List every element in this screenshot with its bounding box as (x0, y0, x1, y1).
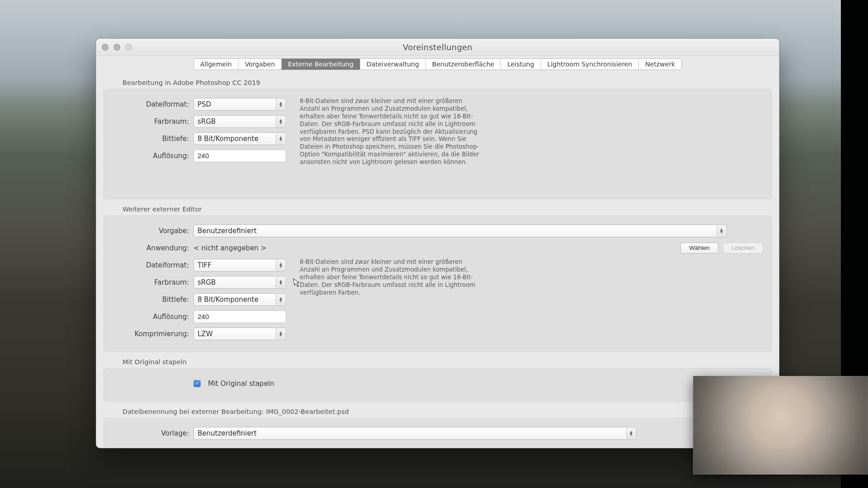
section4-panel: Vorlage: Benutzerdefiniert ▲▼ Benutzerde… (104, 418, 772, 448)
input-aufloesung-1[interactable] (193, 150, 286, 162)
popup-dateiformat-1[interactable]: PSD ▲▼ (193, 98, 286, 111)
label-vorgabe: Vorgabe: (112, 227, 189, 235)
popup-vorgabe[interactable]: Benutzerdefiniert ▲▼ (193, 225, 727, 237)
popup-komprimierung[interactable]: LZW ▲▼ (193, 328, 286, 340)
tab-lightroom-sync[interactable]: Lightroom Synchronisieren (541, 59, 639, 70)
label-aufloesung-2: Auflösung: (112, 313, 189, 321)
popup-vorlage-value: Benutzerdefiniert (198, 429, 257, 437)
chevron-updown-icon: ▲▼ (276, 133, 285, 144)
section3-panel: ✓ Mit Original stapeln (104, 368, 772, 402)
checkbox-stack-original[interactable]: ✓ (193, 380, 201, 387)
section1-title: Bearbeitung in Adobe Photoshop CC 2019 (123, 79, 772, 86)
label-dateiformat-1: Dateiformat: (112, 100, 189, 108)
label-bittiefe-2: Bittiefe: (112, 296, 189, 304)
section1-panel: Dateiformat: PSD ▲▼ Farbraum: sRGB ▲▼ (104, 89, 772, 199)
popup-bittiefe-2-value: 8 Bit/Komponente (198, 296, 259, 304)
window-title: Voreinstellungen (403, 42, 472, 52)
section4-title: Dateibenennung bei externer Bearbeitung:… (123, 408, 772, 415)
popup-bittiefe-2[interactable]: 8 Bit/Komponente ▲▼ (193, 293, 286, 306)
popup-dateiformat-2-value: TIFF (198, 261, 212, 269)
button-loeschen: Löschen (723, 243, 763, 253)
section2-title: Weiterer externer Editor (123, 206, 772, 213)
tab-dateiverwaltung[interactable]: Dateiverwaltung (360, 59, 426, 70)
popup-farbraum-2-value: sRGB (198, 278, 216, 286)
window-titlebar: Voreinstellungen (96, 39, 779, 56)
value-anwendung: < nicht angegeben > (193, 244, 676, 252)
label-dateiformat-2: Dateiformat: (112, 261, 189, 269)
popup-vorlage[interactable]: Benutzerdefiniert ▲▼ (193, 427, 637, 440)
section3-title: Mit Original stapeln (123, 358, 772, 366)
section2-help: 8-Bit-Dateien sind zwar kleiner und mit … (300, 258, 483, 343)
tab-benutzeroberflaeche[interactable]: Benutzeroberfläche (426, 59, 501, 70)
tab-netzwerk[interactable]: Netzwerk (639, 59, 681, 70)
label-bittiefe-1: Bittiefe: (112, 135, 189, 143)
preferences-window: Voreinstellungen Allgemein Vorgaben Exte… (96, 38, 779, 448)
label-custom-text: Benutzerdefinierter Text: (112, 447, 199, 448)
tab-allgemein[interactable]: Allgemein (194, 59, 239, 70)
popup-dateiformat-2[interactable]: TIFF ▲▼ (193, 259, 286, 272)
chevron-updown-icon: ▲▼ (276, 260, 285, 271)
label-farbraum-1: Farbraum: (112, 117, 189, 126)
button-waehlen[interactable]: Wählen (680, 243, 718, 253)
tabs-segmented: Allgemein Vorgaben Externe Bearbeitung D… (193, 58, 682, 70)
tab-leistung[interactable]: Leistung (501, 59, 541, 70)
chevron-updown-icon: ▲▼ (626, 428, 636, 439)
maximize-icon[interactable] (125, 44, 132, 51)
tab-externe-bearbeitung[interactable]: Externe Bearbeitung (282, 59, 360, 70)
popup-farbraum-2[interactable]: sRGB ▲▼ (193, 276, 286, 289)
label-farbraum-2: Farbraum: (112, 278, 189, 286)
label-anwendung: Anwendung: (112, 244, 189, 252)
webcam-overlay (693, 376, 868, 474)
popup-dateiformat-1-value: PSD (198, 100, 211, 108)
popup-vorgabe-value: Benutzerdefiniert (198, 227, 257, 235)
section2-panel: Vorgabe: Benutzerdefiniert ▲▼ Anwendung:… (104, 216, 772, 352)
popup-farbraum-1[interactable]: sRGB ▲▼ (193, 115, 286, 128)
chevron-updown-icon: ▲▼ (276, 116, 285, 127)
popup-komprimierung-value: LZW (198, 330, 212, 338)
traffic-lights (102, 39, 132, 55)
tab-vorgaben[interactable]: Vorgaben (239, 59, 282, 70)
popup-farbraum-1-value: sRGB (198, 117, 216, 126)
chevron-updown-icon: ▲▼ (276, 328, 285, 339)
label-aufloesung-1: Auflösung: (112, 152, 189, 160)
label-komprimierung: Komprimierung: (112, 330, 189, 338)
chevron-updown-icon: ▲▼ (276, 99, 285, 110)
close-icon[interactable] (102, 44, 108, 51)
chevron-updown-icon: ▲▼ (276, 294, 285, 305)
section1-help: 8-Bit-Dateien sind zwar kleiner und mit … (300, 97, 483, 166)
content-area: Bearbeitung in Adobe Photoshop CC 2019 D… (96, 73, 779, 448)
minimize-icon[interactable] (113, 44, 120, 51)
popup-bittiefe-1-value: 8 Bit/Komponente (198, 135, 259, 143)
tabs-row: Allgemein Vorgaben Externe Bearbeitung D… (96, 56, 779, 73)
input-aufloesung-2[interactable] (193, 310, 286, 323)
chevron-updown-icon: ▲▼ (276, 277, 285, 288)
label-vorlage: Vorlage: (112, 429, 189, 437)
chevron-updown-icon: ▲▼ (717, 225, 726, 236)
popup-bittiefe-1[interactable]: 8 Bit/Komponente ▲▼ (193, 132, 286, 145)
checkbox-stack-original-label: Mit Original stapeln (208, 380, 274, 388)
